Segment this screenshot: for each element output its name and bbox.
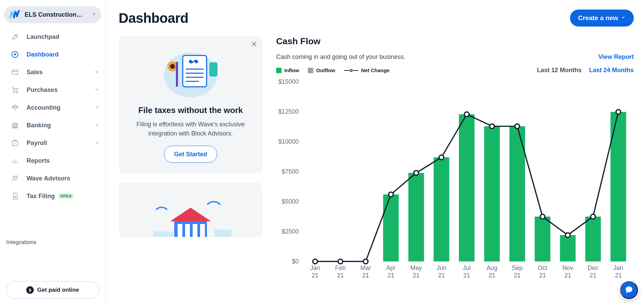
promo-get-started-button[interactable]: Get Started [164,146,217,163]
reports-icon [10,156,20,165]
nav-item-label: Payroll [27,140,47,147]
chart-legend: Inflow Outflow Net Change [276,67,390,73]
svg-text:21: 21 [337,272,344,279]
cashflow-desc: Cash coming in and going out of your bus… [276,53,405,61]
svg-rect-37 [185,224,190,237]
svg-text:21: 21 [413,272,420,279]
svg-rect-33 [214,229,231,237]
svg-rect-51 [484,126,500,261]
svg-point-58 [338,259,343,264]
chat-fab-button[interactable] [620,281,638,299]
svg-text:$0: $0 [292,258,299,265]
svg-rect-50 [459,114,475,261]
nav-item-label: Reports [27,157,50,164]
svg-text:Apr: Apr [386,264,396,271]
svg-text:$2500: $2500 [282,228,299,235]
chevron-down-icon [94,104,99,111]
svg-point-17 [16,176,18,178]
svg-text:21: 21 [388,272,394,279]
timeframe-12[interactable]: Last 12 Months [537,67,582,74]
nav-item-launchpad[interactable]: Launchpad [0,28,105,46]
svg-rect-30 [176,62,178,87]
svg-text:Jun: Jun [436,264,446,271]
timeframe-toggle: Last 12 Months Last 24 Months [537,67,634,74]
svg-point-59 [363,259,368,264]
nav-item-accounting[interactable]: Accounting [0,99,105,116]
svg-text:Jan: Jan [310,264,320,271]
create-new-label: Create a new [578,14,618,22]
svg-marker-34 [170,208,211,221]
org-switcher[interactable]: ELS Construction… [4,6,101,23]
svg-text:21: 21 [590,272,597,279]
advisors-icon [10,174,20,183]
svg-text:21: 21 [438,272,445,279]
nav-item-label: Accounting [27,104,60,111]
cashflow-panel: Cash Flow Cash coming in and going out o… [276,36,634,285]
nav-item-tax-filing[interactable]: Tax FilingOPEN [0,187,105,205]
svg-rect-36 [178,224,182,237]
svg-point-6 [17,92,18,93]
page-title: Dashboard [119,11,188,26]
chevron-right-icon [92,12,96,18]
svg-text:$5000: $5000 [282,198,299,205]
nav-list: LaunchpadDashboardSalesPurchasesAccounti… [0,26,105,239]
caret-down-icon [621,14,626,22]
dollar-circle-icon: $ [26,286,34,294]
bank-icon [10,121,20,130]
promo-card-taxes: File taxes without the work Filing is ef… [119,36,263,173]
nav-item-sales[interactable]: Sales [0,63,105,81]
promo-title: File taxes without the work [128,106,254,115]
sidebar: ELS Construction… LaunchpadDashboardSale… [0,0,106,305]
svg-rect-39 [200,224,205,237]
nav-item-reports[interactable]: Reports [0,152,105,170]
svg-point-61 [414,171,419,175]
main-content: Dashboard Create a new [106,0,644,305]
timeframe-24[interactable]: Last 24 Months [589,67,634,74]
svg-text:21: 21 [489,272,495,279]
get-paid-online-button[interactable]: $ Get paid online [6,281,99,299]
legend-netchange: Net Change [344,67,389,73]
nav-item-wave-advisors[interactable]: Wave Advisors [0,170,105,187]
svg-rect-53 [535,216,550,261]
nav-item-label: Launchpad [27,33,59,41]
chevron-down-icon [94,122,99,129]
svg-text:Nov: Nov [562,264,573,271]
payroll-icon [10,138,20,148]
svg-text:$15000: $15000 [278,78,299,85]
rocket-icon [10,32,20,42]
svg-text:Jan: Jan [613,264,623,271]
svg-rect-12 [12,141,18,146]
nav-item-purchases[interactable]: Purchases [0,81,105,99]
svg-text:Oct: Oct [538,264,547,271]
svg-text:21: 21 [615,272,622,279]
svg-rect-38 [193,224,197,237]
dashboard-icon [10,50,20,59]
close-icon[interactable] [250,40,258,48]
svg-rect-31 [209,62,218,77]
svg-point-67 [566,233,570,238]
balance-icon [10,103,20,112]
svg-text:Sep: Sep [512,264,523,271]
cashflow-title: Cash Flow [276,36,634,47]
nav-item-banking[interactable]: Banking [0,116,105,134]
view-report-link[interactable]: View Report [598,53,634,61]
cashflow-chart: $0$2500$5000$7500$10000$12500$15000Jan21… [276,77,634,285]
create-new-button[interactable]: Create a new [570,10,634,27]
nav-item-payroll[interactable]: Payroll [0,134,105,152]
taxes-illustration [128,44,254,102]
svg-point-16 [13,176,15,178]
svg-text:Mar: Mar [360,264,371,271]
svg-point-57 [313,259,317,264]
get-paid-online-label: Get paid online [37,287,79,293]
svg-point-0 [16,35,17,36]
promo-card-bank [119,182,263,237]
nav-item-dashboard[interactable]: Dashboard [0,46,105,63]
svg-rect-49 [434,157,449,261]
nav-item-label: Sales [27,69,43,76]
svg-point-29 [170,64,175,69]
nav-item-label: Purchases [27,86,58,94]
svg-point-63 [464,112,469,117]
svg-text:21: 21 [539,272,546,279]
wave-logo-icon [9,9,21,21]
svg-text:$12500: $12500 [278,108,299,115]
